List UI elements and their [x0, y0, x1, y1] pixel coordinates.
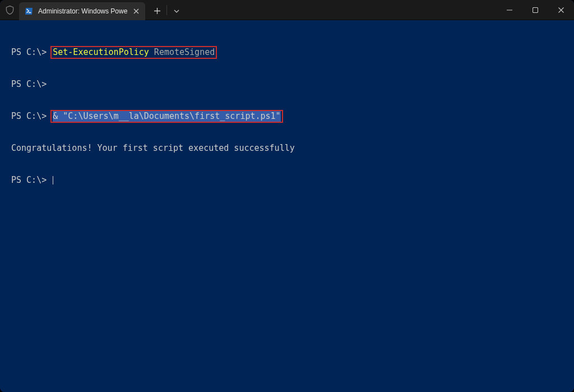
highlight-annotation: Set-ExecutionPolicy RemoteSigned — [50, 46, 217, 59]
prompt: PS C:\> — [11, 111, 52, 122]
terminal-output: Congratulations! Your first script execu… — [0, 143, 574, 154]
terminal-window: Administrator: Windows Powe — [0, 0, 574, 392]
maximize-icon — [533, 7, 538, 13]
terminal-line: PS C:\> & "C:\Users\m__la\Documents\firs… — [0, 111, 574, 122]
command-path: "C:\Users\m__la\Documents\first_script.p… — [63, 111, 280, 122]
prompt: PS C:\> — [11, 175, 52, 186]
close-icon — [558, 7, 564, 13]
close-icon — [133, 8, 139, 14]
command-text: Set-ExecutionPolicy — [53, 47, 149, 58]
cursor — [53, 176, 53, 185]
terminal-body[interactable]: PS C:\> Set-ExecutionPolicy RemoteSigned… — [0, 20, 574, 392]
plus-icon — [154, 8, 160, 14]
admin-shield-icon — [0, 0, 19, 20]
new-tab-button[interactable] — [147, 2, 166, 20]
window-close-button[interactable] — [548, 0, 574, 20]
chevron-down-icon — [174, 10, 179, 13]
prompt: PS C:\> — [11, 79, 52, 90]
command-arg: RemoteSigned — [149, 47, 215, 58]
tab-dropdown-button[interactable] — [167, 2, 186, 20]
terminal-line: PS C:\> — [0, 79, 574, 90]
terminal-line: PS C:\> Set-ExecutionPolicy RemoteSigned — [0, 47, 574, 58]
titlebar: Administrator: Windows Powe — [0, 0, 574, 20]
maximize-button[interactable] — [522, 0, 548, 20]
tab-close-button[interactable] — [132, 7, 141, 16]
tab-powershell[interactable]: Administrator: Windows Powe — [19, 2, 145, 20]
terminal-line: PS C:\> — [0, 175, 574, 186]
minimize-icon — [507, 7, 512, 13]
titlebar-drag-area[interactable] — [186, 0, 497, 20]
powershell-icon — [25, 7, 34, 16]
svg-rect-0 — [533, 7, 538, 12]
command-text: & — [53, 111, 63, 122]
highlight-annotation: & "C:\Users\m__la\Documents\first_script… — [50, 110, 283, 123]
output-text: Congratulations! Your first script execu… — [11, 143, 295, 154]
minimize-button[interactable] — [497, 0, 522, 20]
prompt: PS C:\> — [11, 47, 52, 58]
tab-title: Administrator: Windows Powe — [38, 7, 127, 15]
